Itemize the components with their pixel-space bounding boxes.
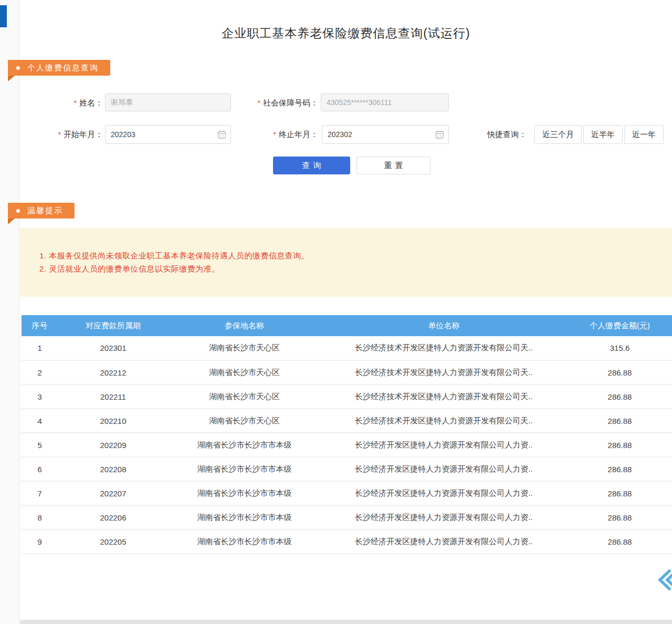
ssn-input[interactable]	[321, 93, 449, 111]
calendar-icon[interactable]	[217, 130, 226, 139]
left-rail	[0, 0, 19, 624]
cell-seq: 7	[22, 481, 58, 505]
table-row: 2202212湖南省长沙市天心区长沙经济技术开发区捷特人力资源开发有限公司天..…	[22, 360, 672, 384]
section-badge-query: 个人缴费信息查询	[8, 60, 110, 76]
table-row: 5202209湖南省长沙市长沙市市本级长沙经济开发区捷特人力资源开发有限公司人力…	[22, 433, 672, 457]
required-asterisk: *	[58, 130, 61, 139]
header-amount: 个人缴费金额(元)	[568, 315, 672, 336]
cell-employer: 长沙经济开发区捷特人力资源开发有限公司人力资..	[321, 481, 568, 505]
header-employer: 单位名称	[321, 315, 568, 336]
cell-seq: 1	[22, 336, 58, 360]
start-month-input[interactable]	[105, 125, 231, 144]
table-row: 9202205湖南省长沙市长沙市市本级长沙经济开发区捷特人力资源开发有限公司人力…	[22, 529, 672, 554]
page-title: 企业职工基本养老保险缴费信息查询(试运行)	[20, 25, 672, 41]
table-row: 8202206湖南省长沙市长沙市市本级长沙经济开发区捷特人力资源开发有限公司人力…	[22, 505, 672, 529]
cell-amount: 286.88	[568, 505, 672, 529]
cell-period: 202205	[58, 529, 169, 554]
cell-employer: 长沙经济技术开发区捷特人力资源开发有限公司天..	[321, 336, 568, 360]
cell-employer: 长沙经济技术开发区捷特人力资源开发有限公司天..	[321, 360, 568, 384]
cell-amount: 286.88	[568, 457, 672, 481]
cell-insured-place: 湖南省长沙市长沙市市本级	[169, 505, 321, 529]
table-row: 3202211湖南省长沙市天心区长沙经济技术开发区捷特人力资源开发有限公司天..…	[22, 384, 672, 409]
quick-option-halfyear[interactable]: 近半年	[583, 125, 623, 144]
notice-box: 1. 本服务仅提供尚未领取企业职工基本养老保险待遇人员的缴费信息查询。 2. 灵…	[20, 228, 672, 297]
ribbon-fold	[8, 219, 15, 224]
header-seq: 序号	[22, 315, 58, 336]
cell-insured-place: 湖南省长沙市长沙市市本级	[169, 481, 321, 505]
header-period: 对应费款所属期	[58, 315, 169, 336]
cell-seq: 9	[22, 529, 58, 554]
end-month-field	[322, 125, 449, 144]
cell-period: 202211	[58, 384, 169, 409]
bullet-dot-icon	[16, 66, 20, 70]
query-button[interactable]: 查询	[273, 157, 350, 174]
ribbon-fold	[8, 76, 15, 81]
end-month-input[interactable]	[322, 125, 449, 144]
notice-line-1: 1. 本服务仅提供尚未领取企业职工基本养老保险待遇人员的缴费信息查询。	[39, 249, 656, 262]
quick-query-group: 近三个月 近半年 近一年	[534, 125, 664, 144]
cell-period: 202212	[58, 360, 169, 384]
calendar-icon[interactable]	[435, 130, 444, 139]
cell-amount: 286.88	[568, 409, 672, 433]
cell-amount: 286.88	[568, 529, 672, 554]
cell-employer: 长沙经济开发区捷特人力资源开发有限公司人力资..	[321, 529, 568, 554]
end-month-label: *终止年月：	[257, 130, 318, 140]
notice-line-2: 2. 灵活就业人员的缴费单位信息以实际缴费为准。	[39, 262, 656, 275]
quick-option-1year[interactable]: 近一年	[624, 125, 664, 144]
collapsed-nav-tab[interactable]	[0, 5, 7, 27]
cell-seq: 4	[22, 409, 58, 433]
cell-period: 202207	[58, 481, 169, 505]
reset-button[interactable]: 重置	[356, 157, 430, 174]
header-insured-place: 参保地名称	[169, 315, 321, 336]
required-asterisk: *	[74, 99, 77, 107]
cell-amount: 286.88	[568, 481, 672, 505]
cell-period: 202206	[58, 505, 169, 529]
cell-seq: 8	[22, 505, 58, 529]
cell-employer: 长沙经济技术开发区捷特人力资源开发有限公司天..	[321, 409, 568, 433]
table-row: 7202207湖南省长沙市长沙市市本级长沙经济开发区捷特人力资源开发有限公司人力…	[22, 481, 672, 505]
required-asterisk: *	[258, 99, 260, 107]
cell-period: 202301	[58, 336, 169, 360]
cell-seq: 3	[22, 384, 58, 409]
screen: 企业职工基本养老保险缴费信息查询(试运行) 个人缴费信息查询 *姓名： *社会保…	[0, 0, 672, 624]
start-month-label: *开始年月：	[39, 130, 103, 140]
cell-employer: 长沙经济开发区捷特人力资源开发有限公司人力资..	[321, 505, 568, 529]
cell-insured-place: 湖南省长沙市天心区	[169, 336, 321, 360]
section-badge-tips-label: 温馨提示	[27, 206, 63, 216]
required-asterisk: *	[274, 130, 276, 139]
quick-query-label: 快捷查询：	[487, 130, 527, 140]
table-row: 6202208湖南省长沙市长沙市市本级长沙经济开发区捷特人力资源开发有限公司人力…	[22, 457, 672, 481]
start-month-field	[105, 125, 231, 144]
table-header-row: 序号 对应费款所属期 参保地名称 单位名称 个人缴费金额(元)	[22, 315, 672, 336]
double-chevron-left-icon[interactable]	[655, 568, 672, 591]
cell-seq: 6	[22, 457, 58, 481]
cell-insured-place: 湖南省长沙市长沙市市本级	[169, 529, 321, 554]
name-label: *姓名：	[47, 98, 103, 108]
name-input[interactable]	[105, 93, 231, 111]
cell-seq: 5	[22, 433, 58, 457]
cell-insured-place: 湖南省长沙市天心区	[169, 360, 321, 384]
cell-period: 202210	[58, 409, 169, 433]
section-badge-query-label: 个人缴费信息查询	[27, 63, 99, 73]
cell-seq: 2	[22, 360, 58, 384]
results-table: 序号 对应费款所属期 参保地名称 单位名称 个人缴费金额(元) 1202301湖…	[21, 315, 672, 554]
cell-period: 202209	[58, 433, 169, 457]
table-row: 1202301湖南省长沙市天心区长沙经济技术开发区捷特人力资源开发有限公司天..…	[22, 336, 672, 360]
cell-period: 202208	[58, 457, 169, 481]
cell-amount: 286.88	[568, 433, 672, 457]
quick-option-3months[interactable]: 近三个月	[534, 125, 582, 144]
cell-amount: 315.6	[568, 336, 672, 360]
table-body: 1202301湖南省长沙市天心区长沙经济技术开发区捷特人力资源开发有限公司天..…	[22, 336, 672, 554]
cell-insured-place: 湖南省长沙市长沙市市本级	[169, 457, 321, 481]
cell-insured-place: 湖南省长沙市长沙市市本级	[169, 433, 321, 457]
cell-employer: 长沙经济开发区捷特人力资源开发有限公司人力资..	[321, 457, 568, 481]
bottom-strip	[20, 620, 672, 624]
cell-amount: 286.88	[568, 384, 672, 409]
ssn-label: *社会保障号码：	[239, 98, 318, 108]
section-badge-tips: 温馨提示	[8, 203, 75, 219]
cell-employer: 长沙经济技术开发区捷特人力资源开发有限公司天..	[321, 384, 568, 409]
table-row: 4202210湖南省长沙市天心区长沙经济技术开发区捷特人力资源开发有限公司天..…	[22, 409, 672, 433]
cell-amount: 286.88	[568, 360, 672, 384]
cell-insured-place: 湖南省长沙市天心区	[169, 409, 321, 433]
cell-insured-place: 湖南省长沙市天心区	[169, 384, 321, 409]
